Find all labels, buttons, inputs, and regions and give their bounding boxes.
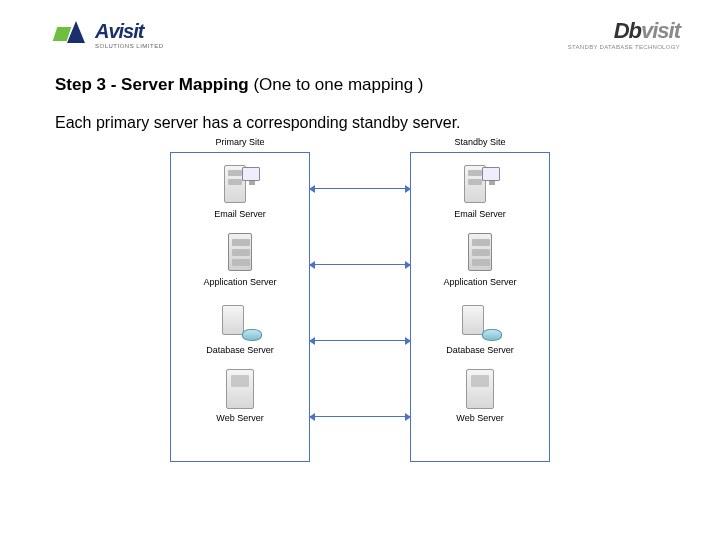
- primary-app-server: Application Server: [171, 221, 309, 289]
- server-mapping-diagram: Primary Site Email Server Application Se…: [170, 152, 550, 472]
- web-server-icon: [458, 365, 502, 411]
- avisit-logo: Avisit SOLUTIONS LIMITED: [55, 21, 164, 49]
- standby-site-box: Standby Site Email Server Application Se…: [410, 152, 550, 462]
- standby-site-label: Standby Site: [411, 137, 549, 147]
- mapping-line-app: [310, 264, 410, 266]
- title-bold: Step 3 - Server Mapping: [55, 75, 249, 94]
- primary-site-label: Primary Site: [171, 137, 309, 147]
- server-label: Database Server: [446, 345, 514, 355]
- primary-db-server: Database Server: [171, 289, 309, 357]
- app-server-icon: [458, 229, 502, 275]
- standby-db-server: Database Server: [411, 289, 549, 357]
- mapping-line-web: [310, 416, 410, 418]
- primary-email-server: Email Server: [171, 153, 309, 221]
- mapping-line-email: [310, 188, 410, 190]
- server-label: Email Server: [214, 209, 266, 219]
- primary-site-box: Primary Site Email Server Application Se…: [170, 152, 310, 462]
- dbvisit-prefix: Db: [614, 18, 641, 43]
- slide-subtitle: Each primary server has a corresponding …: [55, 113, 665, 134]
- db-server-icon: [458, 297, 502, 343]
- title-rest: (One to one mapping ): [249, 75, 424, 94]
- email-server-icon: [458, 161, 502, 207]
- avisit-tagline: SOLUTIONS LIMITED: [95, 43, 164, 49]
- avisit-logo-mark: [55, 21, 89, 49]
- app-server-icon: [218, 229, 262, 275]
- avisit-brand-text: Avisit: [95, 21, 164, 41]
- primary-web-server: Web Server: [171, 357, 309, 425]
- server-label: Email Server: [454, 209, 506, 219]
- email-server-icon: [218, 161, 262, 207]
- server-label: Database Server: [206, 345, 274, 355]
- server-label: Web Server: [216, 413, 263, 423]
- mapping-line-db: [310, 340, 410, 342]
- standby-app-server: Application Server: [411, 221, 549, 289]
- dbvisit-tagline: STANDBY DATABASE TECHNOLOGY: [568, 44, 680, 50]
- server-label: Web Server: [456, 413, 503, 423]
- standby-web-server: Web Server: [411, 357, 549, 425]
- db-server-icon: [218, 297, 262, 343]
- server-label: Application Server: [203, 277, 276, 287]
- dbvisit-suffix: visit: [641, 18, 680, 43]
- dbvisit-logo: Dbvisit STANDBY DATABASE TECHNOLOGY: [568, 20, 680, 50]
- slide-title: Step 3 - Server Mapping (One to one mapp…: [55, 75, 665, 95]
- web-server-icon: [218, 365, 262, 411]
- standby-email-server: Email Server: [411, 153, 549, 221]
- header: Avisit SOLUTIONS LIMITED Dbvisit STANDBY…: [0, 0, 720, 60]
- server-label: Application Server: [443, 277, 516, 287]
- slide-content: Step 3 - Server Mapping (One to one mapp…: [0, 60, 720, 472]
